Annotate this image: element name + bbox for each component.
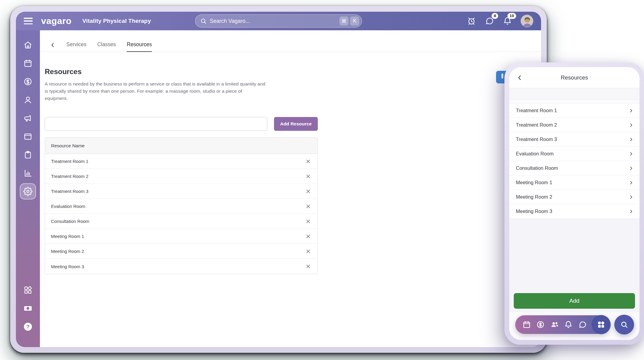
sidebar-forms-icon[interactable] [23, 150, 33, 160]
tab-resources[interactable]: Resources [127, 38, 152, 52]
chevron-right-icon [629, 195, 633, 200]
resource-name: Treatment Room 2 [51, 174, 89, 179]
phone-calendar-icon[interactable] [522, 320, 531, 329]
sidebar-customers-icon[interactable] [23, 95, 33, 105]
sidebar-settings-icon[interactable] [20, 183, 36, 200]
phone-notifications-icon[interactable] [564, 320, 573, 329]
list-item[interactable]: Consultation Room [509, 161, 639, 176]
phone-page-title: Resources [561, 74, 588, 81]
search-input[interactable] [210, 18, 338, 24]
sidebar-marketing-icon[interactable] [23, 113, 33, 123]
sidebar-help-icon[interactable]: ? [23, 322, 33, 332]
delete-resource-icon[interactable] [304, 248, 312, 255]
phone-resource-list: Treatment Room 1 Treatment Room 2 Treatm… [509, 103, 639, 219]
new-resource-input[interactable] [45, 117, 267, 131]
chevron-right-icon [629, 166, 633, 171]
delete-resource-icon[interactable] [304, 202, 312, 210]
list-item[interactable]: Meeting Room 2 [509, 190, 639, 204]
table-row: Meeting Room 1 [45, 229, 317, 244]
add-resource-button[interactable]: Add Resource [274, 117, 318, 131]
notifications-badge: 10 [507, 13, 516, 19]
table-column-header: Resource Name [45, 138, 317, 154]
resource-name: Evaluation Room [516, 151, 554, 157]
chevron-right-icon [629, 137, 633, 142]
phone-header: Resources [509, 67, 639, 88]
phone-payments-icon[interactable] [536, 320, 545, 329]
phone-nav-pill [515, 315, 610, 334]
page-description: A resource is needed by the business to … [45, 80, 265, 102]
phone-messages-icon[interactable] [578, 320, 587, 329]
k-keycap: K [350, 16, 359, 26]
sidebar-apps-icon[interactable] [23, 285, 33, 295]
back-chevron-icon[interactable] [49, 41, 57, 49]
list-item[interactable]: Meeting Room 1 [509, 176, 639, 190]
tab-bar: Services Classes Resources [40, 38, 541, 52]
phone-subheader-strip [509, 88, 639, 100]
cmd-keycap: ⌘ [339, 16, 348, 26]
phone-mockup: Resources Treatment Room 1 Treatment Roo… [504, 62, 644, 345]
delete-resource-icon[interactable] [304, 218, 312, 225]
profile-avatar[interactable] [521, 15, 533, 27]
table-row: Treatment Room 2 [45, 169, 317, 184]
sidebar-website-icon[interactable] [23, 131, 33, 142]
chevron-right-icon [629, 180, 633, 185]
chevron-right-icon [629, 152, 633, 156]
alarm-clock-icon[interactable] [467, 16, 476, 26]
resource-name: Consultation Room [516, 165, 558, 171]
list-item[interactable]: Evaluation Room [509, 147, 639, 161]
phone-add-button[interactable]: Add [514, 293, 635, 309]
resource-name: Treatment Room 2 [516, 122, 557, 128]
business-name: Vitality Physical Therapy [82, 18, 151, 24]
table-row: Meeting Room 3 [45, 259, 317, 274]
chevron-right-icon [629, 108, 633, 113]
table-row: Treatment Room 3 [45, 184, 317, 199]
delete-resource-icon[interactable] [304, 172, 312, 180]
search-icon [620, 320, 628, 329]
sidebar-reports-icon[interactable] [23, 168, 33, 178]
tab-services[interactable]: Services [66, 38, 86, 52]
sidebar-payments-icon[interactable] [23, 76, 33, 87]
delete-resource-icon[interactable] [304, 262, 312, 270]
sidebar-home-icon[interactable] [23, 40, 33, 50]
sidebar-calendar-icon[interactable] [23, 58, 33, 68]
delete-resource-icon[interactable] [304, 158, 312, 165]
resource-name: Meeting Room 3 [516, 208, 552, 214]
page-title: Resources [45, 68, 541, 76]
messages-icon[interactable]: 8 [485, 16, 494, 26]
resource-name: Meeting Room 3 [51, 264, 84, 269]
table-row: Evaluation Room [45, 199, 317, 214]
phone-search-button[interactable] [614, 315, 634, 334]
resource-name: Meeting Room 1 [516, 180, 552, 185]
table-row: Consultation Room [45, 214, 317, 229]
resources-table: Resource Name Treatment Room 1 Treatment… [45, 137, 318, 274]
phone-clients-icon[interactable] [550, 320, 559, 329]
svg-text:?: ? [26, 324, 30, 330]
app-window: vagaro Vitality Physical Therapy ⌘ K 8 [10, 6, 547, 353]
sidebar-payroll-icon[interactable] [23, 303, 33, 314]
resource-name: Evaluation Room [51, 204, 85, 209]
vagaro-logo: vagaro [41, 16, 71, 26]
phone-back-chevron-icon[interactable] [516, 74, 524, 82]
delete-resource-icon[interactable] [304, 232, 312, 240]
main-content: Services Classes Resources Resources A r… [40, 30, 541, 347]
phone-apps-icon[interactable] [591, 315, 611, 334]
messages-badge: 8 [492, 13, 498, 19]
search-icon [200, 18, 207, 24]
table-row: Treatment Room 1 [45, 154, 317, 169]
phone-bottom-toolbar [509, 312, 639, 340]
list-item[interactable]: Treatment Room 2 [509, 118, 639, 132]
resource-name: Treatment Room 3 [516, 136, 557, 142]
list-item[interactable]: Treatment Room 3 [509, 132, 639, 147]
global-search-bar[interactable]: ⌘ K [195, 14, 362, 28]
notifications-bell-icon[interactable]: 10 [503, 16, 512, 26]
list-item[interactable]: Meeting Room 3 [509, 204, 639, 219]
resource-name: Meeting Room 1 [51, 234, 84, 239]
tab-classes[interactable]: Classes [97, 38, 116, 52]
resource-name: Meeting Room 2 [516, 194, 552, 200]
delete-resource-icon[interactable] [304, 188, 312, 195]
resource-name: Treatment Room 1 [51, 159, 89, 164]
hamburger-menu-icon[interactable] [24, 18, 33, 24]
list-item[interactable]: Treatment Room 1 [509, 104, 639, 118]
resource-name: Treatment Room 3 [51, 189, 89, 194]
top-header: vagaro Vitality Physical Therapy ⌘ K 8 [16, 12, 541, 30]
